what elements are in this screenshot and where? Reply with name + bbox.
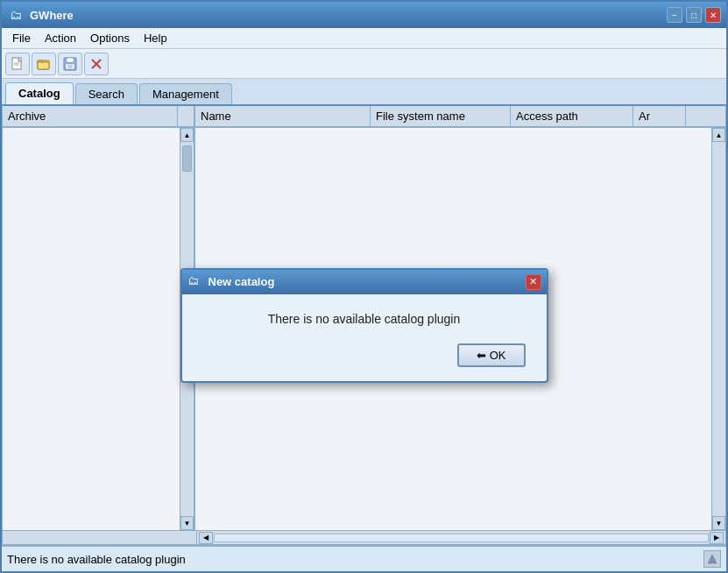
dialog-ok-button[interactable]: ⬅ OK [457, 343, 526, 367]
dialog-close-button[interactable]: ✕ [526, 274, 541, 290]
statusbar-message: There is no available catalog plugin [7, 553, 700, 566]
dialog-buttons: ⬅ OK [203, 343, 526, 367]
minimize-button[interactable]: − [667, 7, 682, 23]
menu-action[interactable]: Action [38, 30, 83, 46]
open-button[interactable] [32, 53, 56, 75]
dialog-titlebar: 🗂 New catalog ✕ [182, 270, 547, 294]
app-icon: 🗂 [7, 6, 25, 24]
new-button[interactable] [5, 53, 30, 75]
menu-help[interactable]: Help [137, 30, 174, 46]
svg-marker-12 [708, 555, 717, 563]
tabbar: Catalog Search Management [2, 79, 726, 104]
svg-rect-9 [67, 65, 73, 68]
titlebar: 🗂 GWhere − □ ✕ [2, 2, 726, 28]
svg-rect-7 [67, 58, 74, 62]
menu-file[interactable]: File [5, 30, 38, 46]
dialog-body: There is no available catalog plugin ⬅ O… [182, 294, 547, 381]
save-button[interactable] [58, 53, 82, 75]
dialog-icon: 🗂 [187, 274, 203, 290]
delete-button[interactable] [84, 53, 109, 75]
ok-arrow-icon: ⬅ [477, 349, 486, 362]
tab-management[interactable]: Management [139, 83, 232, 104]
tab-catalog[interactable]: Catalog [5, 82, 74, 104]
main-window: 🗂 GWhere − □ ✕ File Action Options Help [0, 0, 728, 573]
statusbar: There is no available catalog plugin [2, 545, 726, 571]
tab-search[interactable]: Search [75, 83, 138, 104]
new-catalog-dialog: 🗂 New catalog ✕ There is no available ca… [180, 268, 548, 383]
window-title: GWhere [30, 9, 667, 22]
menu-options[interactable]: Options [83, 30, 137, 46]
ok-button-label: OK [490, 349, 506, 362]
content-area: Archive ▲ ▼ Name File system name [2, 104, 726, 545]
titlebar-controls: − □ ✕ [667, 7, 721, 23]
menubar: File Action Options Help [2, 28, 726, 49]
maximize-button[interactable]: □ [686, 7, 702, 23]
dialog-title: New catalog [209, 275, 526, 288]
toolbar [2, 49, 726, 79]
statusbar-icon [703, 550, 721, 568]
dialog-message: There is no available catalog plugin [203, 312, 526, 326]
svg-rect-5 [38, 62, 49, 69]
modal-overlay: 🗂 New catalog ✕ There is no available ca… [3, 106, 725, 544]
close-button[interactable]: ✕ [705, 7, 721, 23]
